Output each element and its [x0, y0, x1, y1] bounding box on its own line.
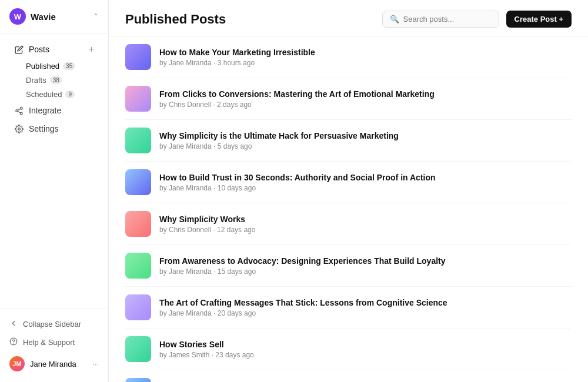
- sidebar: W Wavie ⌃ Posts + Published 35 Drafts 38…: [0, 0, 109, 382]
- post-info: How to Build Trust in 30 Seconds: Author…: [159, 172, 572, 192]
- post-info: From Clicks to Conversions: Mastering th…: [159, 89, 572, 109]
- help-label: Help & Support: [23, 338, 75, 347]
- posts-icon: [14, 45, 24, 54]
- settings-icon: [14, 124, 24, 133]
- post-thumbnail: [125, 294, 151, 320]
- post-info: From Awareness to Advocacy: Designing Ex…: [159, 256, 572, 276]
- post-thumbnail: [125, 336, 151, 362]
- post-title: Why Simplicity is the Ultimate Hack for …: [159, 130, 572, 141]
- post-info: Why Simplicity is the Ultimate Hack for …: [159, 130, 572, 150]
- list-item[interactable]: From Awareness to Advocacy: Designing Ex…: [125, 245, 572, 287]
- post-title: How to Build Trust in 30 Seconds: Author…: [159, 172, 572, 183]
- post-title: How to Make Your Marketing Irresistible: [159, 47, 572, 58]
- main-header: Published Posts 🔍 Create Post +: [109, 0, 588, 36]
- published-label: Published: [26, 62, 59, 71]
- post-thumbnail: [125, 169, 151, 195]
- help-icon: [9, 337, 18, 347]
- collapse-sidebar-button[interactable]: Collapse Sidebar: [0, 315, 108, 333]
- list-item[interactable]: How Stories Sell by James Smith · 23 day…: [125, 329, 572, 370]
- create-post-button[interactable]: Create Post +: [506, 11, 572, 28]
- published-badge: 35: [63, 62, 75, 70]
- list-item[interactable]: How to Build Trust in 30 Seconds: Author…: [125, 162, 572, 203]
- post-thumbnail: [125, 44, 151, 70]
- post-info: The Art of Crafting Messages That Stick:…: [159, 297, 572, 317]
- integrate-label: Integrate: [29, 106, 61, 115]
- list-item[interactable]: The Art of Crafting Messages That Stick:…: [125, 287, 572, 329]
- help-support-button[interactable]: Help & Support: [0, 333, 108, 351]
- post-title: From Awareness to Advocacy: Designing Ex…: [159, 256, 572, 266]
- post-thumbnail: [125, 128, 151, 153]
- add-post-icon[interactable]: +: [89, 44, 94, 55]
- drafts-badge: 38: [50, 76, 62, 84]
- sidebar-header: W Wavie ⌃: [0, 0, 108, 33]
- post-meta: by Jane Miranda · 15 days ago: [159, 267, 572, 276]
- page-title: Published Posts: [125, 12, 226, 27]
- collapse-label: Collapse Sidebar: [23, 320, 81, 329]
- post-info: How to Make Your Marketing Irresistible …: [159, 47, 572, 67]
- sidebar-bottom: Collapse Sidebar Help & Support JM Jane …: [0, 309, 108, 382]
- post-thumbnail: [125, 378, 151, 382]
- post-thumbnail: [125, 86, 151, 112]
- header-actions: 🔍 Create Post +: [382, 11, 572, 28]
- post-meta: by Jane Miranda · 20 days ago: [159, 309, 572, 317]
- post-meta: by Jane Miranda · 3 hours ago: [159, 59, 572, 67]
- list-item[interactable]: From Clicks to Conversions: Mastering th…: [125, 78, 572, 120]
- app-name: Wavie: [31, 12, 88, 22]
- scheduled-badge: 9: [65, 91, 75, 98]
- list-item[interactable]: Why Simplicity Works by Chris Donnell · …: [125, 203, 572, 245]
- app-logo: W: [9, 8, 26, 25]
- post-meta: by Jane Miranda · 10 days ago: [159, 184, 572, 192]
- chevron-icon[interactable]: ⌃: [93, 12, 99, 21]
- scheduled-label: Scheduled: [26, 90, 62, 99]
- post-title: The Art of Crafting Messages That Stick:…: [159, 297, 572, 308]
- collapse-icon: [9, 319, 18, 329]
- post-title: Why Simplicity Works: [159, 214, 572, 224]
- sidebar-item-scheduled[interactable]: Scheduled 9: [21, 88, 108, 101]
- post-meta: by James Smith · 23 days ago: [159, 351, 572, 359]
- settings-label: Settings: [29, 124, 59, 133]
- user-menu-icon[interactable]: ···: [92, 360, 99, 368]
- sidebar-item-posts[interactable]: Posts +: [5, 40, 103, 59]
- sidebar-item-integrate[interactable]: Integrate: [5, 102, 103, 119]
- sidebar-item-published[interactable]: Published 35: [21, 59, 108, 73]
- svg-line-4: [18, 109, 20, 110]
- list-item[interactable]: How to Make Your Marketing Irresistible …: [125, 36, 572, 78]
- posts-list: How to Make Your Marketing Irresistible …: [109, 36, 588, 382]
- svg-point-5: [18, 128, 20, 130]
- user-section[interactable]: JM Jane Miranda ···: [0, 351, 108, 376]
- post-info: Why Simplicity Works by Chris Donnell · …: [159, 214, 572, 234]
- sidebar-item-settings[interactable]: Settings: [5, 120, 103, 138]
- post-info: How Stories Sell by James Smith · 23 day…: [159, 339, 572, 359]
- post-meta: by Chris Donnell · 12 days ago: [159, 226, 572, 234]
- posts-label: Posts: [29, 45, 49, 54]
- search-box[interactable]: 🔍: [382, 11, 499, 28]
- drafts-label: Drafts: [26, 76, 46, 85]
- post-thumbnail: [125, 253, 151, 279]
- user-name: Jane Miranda: [30, 360, 76, 368]
- search-icon: 🔍: [390, 15, 399, 24]
- posts-submenu: Published 35 Drafts 38 Scheduled 9: [0, 59, 108, 101]
- post-title: How Stories Sell: [159, 339, 572, 350]
- integrate-icon: [14, 106, 24, 115]
- list-item[interactable]: Why Simplicity is the Ultimate Hack for …: [125, 120, 572, 162]
- svg-line-3: [18, 111, 20, 112]
- post-title: From Clicks to Conversions: Mastering th…: [159, 89, 572, 99]
- sidebar-nav: Posts + Published 35 Drafts 38 Scheduled…: [0, 33, 108, 309]
- list-item[interactable]: Breaking Through the Noise: How to Make …: [125, 370, 572, 382]
- search-input[interactable]: [403, 15, 492, 24]
- post-meta: by Chris Donnell · 2 days ago: [159, 100, 572, 109]
- sidebar-item-drafts[interactable]: Drafts 38: [21, 73, 108, 87]
- post-meta: by Jane Miranda · 5 days ago: [159, 142, 572, 150]
- avatar: JM: [9, 356, 25, 371]
- main-content: Published Posts 🔍 Create Post + How to M…: [109, 0, 588, 382]
- post-thumbnail: [125, 211, 151, 237]
